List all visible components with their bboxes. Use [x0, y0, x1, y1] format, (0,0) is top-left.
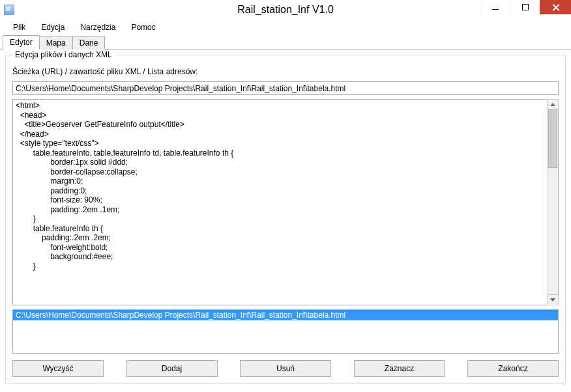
content-scrollbar[interactable] [547, 100, 558, 305]
menu-bar: Plik Edycja Narzędzia Pomoc [0, 20, 571, 35]
groupbox-xml-edit: Edycja plików i danych XML Ścieżka (URL)… [5, 55, 566, 384]
menu-tools[interactable]: Narzędzia [72, 20, 123, 35]
content-textarea-wrap [12, 99, 559, 305]
clear-button[interactable]: Wyczyść [12, 360, 104, 377]
app-icon [4, 5, 14, 15]
minimize-button[interactable] [480, 0, 510, 14]
menu-help[interactable]: Pomoc [123, 20, 163, 35]
tab-strip: Edytor Mapa Dane [0, 35, 571, 49]
maximize-icon [522, 4, 529, 10]
scroll-track[interactable] [548, 109, 558, 295]
path-label: Ścieżka (URL) / zawartość pliku XML / Li… [12, 67, 559, 76]
address-listbox[interactable]: C:\Users\Home\Documents\SharpDevelop Pro… [12, 309, 559, 354]
quit-button[interactable]: Zakończ [467, 360, 559, 377]
list-item[interactable]: C:\Users\Home\Documents\SharpDevelop Pro… [13, 310, 558, 320]
content-textarea[interactable] [13, 100, 547, 305]
minimize-icon [492, 9, 499, 10]
scroll-down-button[interactable] [547, 294, 559, 305]
window-title: Rail_station_Inf V1.0 [237, 4, 334, 15]
path-input[interactable] [12, 81, 559, 95]
chevron-down-icon [550, 298, 555, 301]
tab-map[interactable]: Mapa [39, 36, 73, 49]
select-button[interactable]: Zaznacz [354, 360, 445, 377]
chevron-up-icon [550, 103, 555, 106]
maximize-button[interactable] [510, 0, 540, 14]
tab-data[interactable]: Dane [72, 36, 106, 49]
menu-file[interactable]: Plik [5, 20, 33, 35]
scroll-up-button[interactable] [547, 99, 559, 110]
groupbox-title: Edycja plików i danych XML [12, 50, 115, 59]
scroll-thumb[interactable] [548, 109, 557, 168]
remove-button[interactable]: Usuń [240, 360, 331, 377]
add-button[interactable]: Dodaj [126, 360, 218, 377]
tab-body-editor: Edycja plików i danych XML Ścieżka (URL)… [0, 49, 571, 392]
close-icon [552, 4, 559, 11]
close-button[interactable] [540, 0, 571, 14]
title-bar: Rail_station_Inf V1.0 [0, 0, 571, 20]
menu-edit[interactable]: Edycja [33, 20, 72, 35]
button-row: Wyczyść Dodaj Usuń Zaznacz Zakończ [12, 360, 559, 377]
tab-editor[interactable]: Edytor [3, 35, 40, 49]
